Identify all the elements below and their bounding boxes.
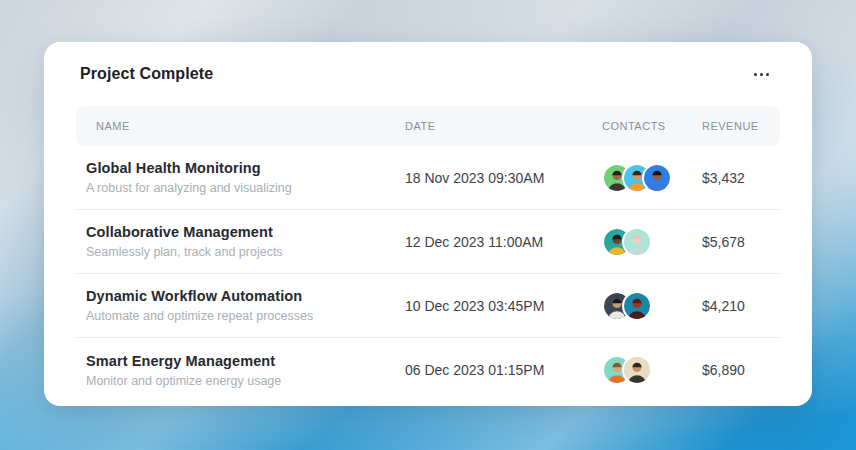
- avatar-image: [624, 293, 650, 319]
- avatar[interactable]: [642, 163, 672, 193]
- avatar-image: [624, 357, 650, 383]
- project-complete-card: Project Complete NAME DATE CONTACTS REVE…: [44, 42, 812, 406]
- avatar[interactable]: [622, 227, 652, 257]
- name-cell: Collaborative Management Seamlessly plan…: [76, 222, 405, 261]
- project-description: A robust for analyzing and visualizing: [86, 179, 405, 197]
- project-description: Monitor and optimize energy usage: [86, 372, 405, 390]
- contacts-group: [602, 291, 702, 321]
- project-date: 06 Dec 2023 01:15PM: [405, 362, 602, 378]
- name-cell: Smart Energy Management Monitor and opti…: [76, 351, 405, 390]
- avatar-image: [644, 165, 670, 191]
- table-row[interactable]: Dynamic Workflow Automation Automate and…: [76, 274, 780, 338]
- project-name: Global Health Monitoring: [86, 158, 405, 178]
- ellipsis-icon: [766, 73, 769, 76]
- table-body: Global Health Monitoring A robust for an…: [76, 146, 780, 402]
- ellipsis-icon: [754, 73, 757, 76]
- project-revenue: $6,890: [702, 362, 780, 378]
- column-header-name: NAME: [76, 120, 405, 132]
- project-revenue: $4,210: [702, 298, 780, 314]
- project-revenue: $5,678: [702, 234, 780, 250]
- project-date: 12 Dec 2023 11:00AM: [405, 234, 602, 250]
- avatar[interactable]: [622, 291, 652, 321]
- project-description: Automate and optimize repeat processes: [86, 307, 405, 325]
- project-date: 18 Nov 2023 09:30AM: [405, 170, 602, 186]
- column-header-date: DATE: [405, 120, 602, 132]
- table-row[interactable]: Collaborative Management Seamlessly plan…: [76, 210, 780, 274]
- avatar-image: [624, 229, 650, 255]
- contacts-group: [602, 163, 702, 193]
- name-cell: Global Health Monitoring A robust for an…: [76, 158, 405, 197]
- name-cell: Dynamic Workflow Automation Automate and…: [76, 286, 405, 325]
- project-name: Smart Energy Management: [86, 351, 405, 371]
- avatar[interactable]: [622, 355, 652, 385]
- page-title: Project Complete: [80, 65, 213, 83]
- table-row[interactable]: Smart Energy Management Monitor and opti…: [76, 338, 780, 402]
- project-name: Collaborative Management: [86, 222, 405, 242]
- table-header-row: NAME DATE CONTACTS REVENUE: [76, 106, 780, 146]
- project-revenue: $3,432: [702, 170, 780, 186]
- project-description: Seamlessly plan, track and projects: [86, 243, 405, 261]
- table-row[interactable]: Global Health Monitoring A robust for an…: [76, 146, 780, 210]
- more-options-button[interactable]: [752, 67, 771, 82]
- column-header-revenue: REVENUE: [702, 120, 780, 132]
- contacts-group: [602, 355, 702, 385]
- project-date: 10 Dec 2023 03:45PM: [405, 298, 602, 314]
- ellipsis-icon: [760, 73, 763, 76]
- column-header-contacts: CONTACTS: [602, 120, 702, 132]
- card-header: Project Complete: [44, 42, 812, 106]
- project-name: Dynamic Workflow Automation: [86, 286, 405, 306]
- projects-table: NAME DATE CONTACTS REVENUE Global Health…: [76, 106, 780, 406]
- contacts-group: [602, 227, 702, 257]
